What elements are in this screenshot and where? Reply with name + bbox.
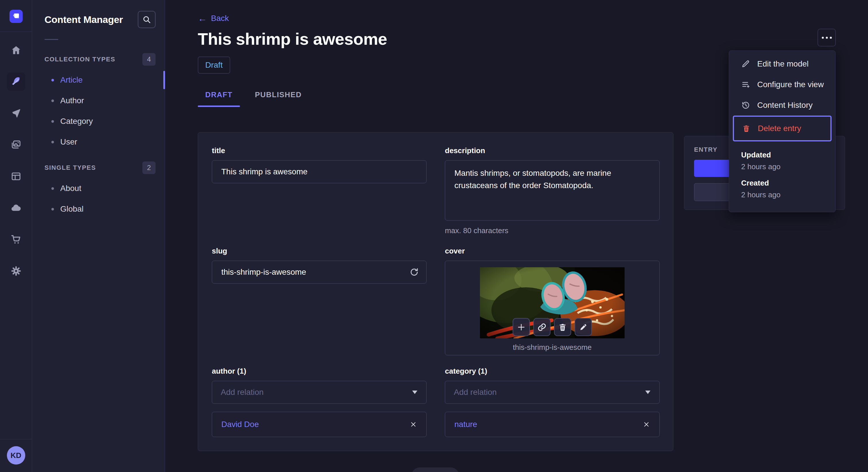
strapi-logo[interactable] (9, 10, 23, 23)
search-button[interactable] (138, 11, 156, 28)
field-author: author (1) Add relation David Doe (212, 367, 427, 437)
sidebar-item-user[interactable]: User (32, 132, 165, 152)
content-manager-icon[interactable] (7, 72, 25, 91)
add-asset-button[interactable] (513, 318, 530, 336)
chevron-down-icon (645, 390, 651, 394)
pencil-icon (741, 60, 750, 68)
sidebar-item-author[interactable]: Author (32, 90, 165, 111)
category-relation-combobox[interactable]: Add relation (445, 381, 660, 404)
rail-bottom: KD (0, 439, 32, 472)
status-badge: Draft (198, 57, 230, 74)
rail-divider (0, 32, 32, 32)
regenerate-slug-icon[interactable] (409, 267, 419, 277)
category-label: category (1) (445, 367, 660, 376)
updated-info: Updated 2 hours ago (741, 150, 835, 171)
deploy-cloud-icon[interactable] (7, 199, 25, 217)
created-info: Created 2 hours ago (741, 179, 835, 199)
cover-caption: this-shrimp-is-awesome (445, 343, 659, 352)
app-root: KD Content Manager COLLECTION TYPES 4 Ar… (0, 0, 868, 472)
search-icon (143, 15, 151, 24)
remove-category-relation-icon[interactable] (643, 421, 650, 428)
field-category: category (1) Add relation nature (445, 367, 660, 437)
category-relation-item: nature (445, 412, 660, 437)
bullet-icon (51, 187, 54, 190)
description-textarea[interactable]: Mantis shrimps, or stomatopods, are mari… (445, 160, 660, 221)
collapsed-bottom-button[interactable] (411, 467, 459, 472)
field-description: description Mantis shrimps, or stomatopo… (445, 146, 660, 235)
bullet-icon (51, 79, 54, 81)
more-actions-button[interactable] (817, 29, 836, 46)
section-label: SINGLE TYPES (44, 164, 96, 171)
field-title: title (212, 146, 427, 235)
bullet-icon (51, 120, 54, 123)
ellipsis-icon (822, 37, 824, 39)
delete-asset-button[interactable] (554, 318, 571, 336)
section-count-badge: 4 (143, 53, 156, 66)
menu-item-edit-model[interactable]: Edit the model (729, 54, 835, 74)
updated-label: Updated (741, 150, 835, 160)
sidebar-item-global[interactable]: Global (32, 199, 165, 220)
content-type-builder-icon[interactable] (7, 167, 25, 186)
description-hint: max. 80 characters (445, 226, 660, 235)
marketplace-cart-icon[interactable] (7, 230, 25, 248)
copy-link-button[interactable] (533, 318, 551, 336)
subnav-divider (44, 39, 58, 40)
nav-item-label: About (60, 184, 81, 193)
tab-draft[interactable]: DRAFT (198, 90, 240, 107)
settings-gear-icon[interactable] (7, 262, 25, 280)
author-relation-combobox[interactable]: Add relation (212, 381, 427, 404)
author-relation-item: David Doe (212, 412, 427, 437)
section-label: COLLECTION TYPES (44, 56, 115, 63)
menu-item-content-history[interactable]: Content History (729, 95, 835, 115)
strapi-logo-icon (12, 12, 20, 21)
edit-form-card: title description Mantis shrimps, or sto… (198, 132, 673, 451)
slug-label: slug (212, 247, 427, 256)
tab-active-underline (198, 105, 240, 107)
rail-bottom-divider (0, 439, 32, 439)
sidebar-item-article[interactable]: Article (32, 70, 165, 90)
subnav-title: Content Manager (44, 14, 123, 25)
nav-item-label: Article (60, 75, 83, 85)
home-icon[interactable] (7, 41, 25, 59)
collection-types-section: COLLECTION TYPES 4 Article Author Catego… (32, 53, 165, 152)
delete-entry-focus-ring: Delete entry (733, 115, 832, 141)
category-relation-link[interactable]: nature (454, 420, 477, 429)
releases-icon[interactable] (7, 104, 25, 123)
remove-author-relation-icon[interactable] (410, 421, 417, 428)
single-types-section: SINGLE TYPES 2 About Global (32, 162, 165, 220)
slug-input[interactable] (212, 261, 427, 283)
menu-item-configure-view[interactable]: Configure the view (729, 74, 835, 95)
content-manager-subnav: Content Manager COLLECTION TYPES 4 Artic… (32, 0, 165, 472)
bullet-icon (51, 141, 54, 143)
description-label: description (445, 146, 660, 155)
more-actions-menu: Edit the model Configure the view Conten… (729, 50, 836, 212)
field-slug: slug (212, 247, 427, 355)
cover-label: cover (445, 247, 660, 256)
back-link[interactable]: ← Back (198, 14, 229, 23)
updated-value: 2 hours ago (741, 162, 835, 171)
menu-item-label: Edit the model (757, 59, 809, 69)
category-placeholder: Add relation (454, 388, 497, 397)
rail-nav (0, 41, 32, 280)
back-arrow-icon: ← (198, 14, 207, 23)
sidebar-item-category[interactable]: Category (32, 111, 165, 132)
edit-asset-button[interactable] (575, 318, 592, 336)
bullet-icon (51, 100, 54, 102)
menu-item-delete-entry[interactable]: Delete entry (734, 117, 830, 140)
nav-item-label: Category (60, 117, 93, 126)
tab-published-label: PUBLISHED (247, 90, 309, 99)
tab-published[interactable]: PUBLISHED (247, 90, 309, 107)
sidebar-item-about[interactable]: About (32, 178, 165, 199)
nav-item-label: Global (60, 204, 84, 214)
nav-item-label: User (60, 137, 77, 146)
author-relation-link[interactable]: David Doe (221, 420, 259, 429)
media-library-icon[interactable] (7, 136, 25, 154)
section-count-badge: 2 (143, 162, 156, 174)
trash-icon (558, 323, 567, 332)
menu-item-label: Delete entry (758, 124, 801, 133)
bullet-icon (51, 208, 54, 210)
icon-sidebar: KD (0, 0, 32, 472)
user-avatar[interactable]: KD (7, 446, 25, 465)
title-input[interactable] (212, 160, 427, 183)
configure-list-icon (741, 80, 750, 89)
